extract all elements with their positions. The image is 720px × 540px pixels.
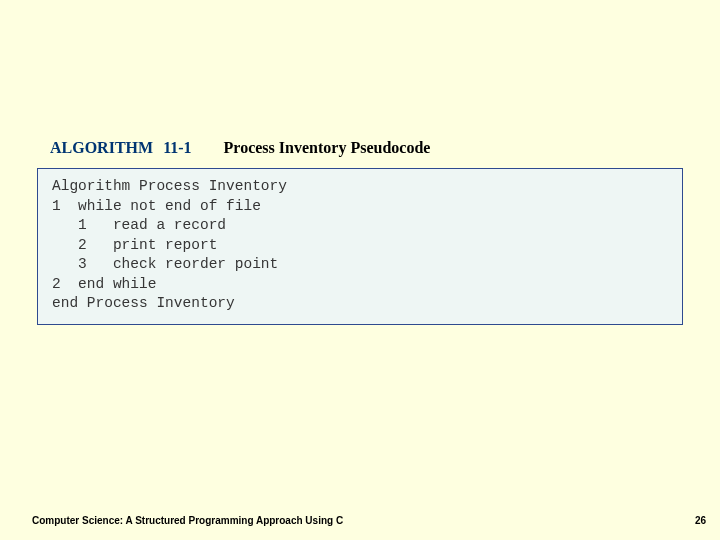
code-line: 1 while not end of file — [52, 198, 261, 214]
code-line: 1 read a record — [52, 217, 226, 233]
code-line: Algorithm Process Inventory — [52, 178, 287, 194]
page-number: 26 — [695, 515, 706, 526]
algorithm-label: ALGORITHM — [50, 139, 153, 156]
footer-text: Computer Science: A Structured Programmi… — [32, 515, 343, 526]
code-line: 3 check reorder point — [52, 256, 278, 272]
code-line: 2 end while — [52, 276, 156, 292]
code-line: end Process Inventory — [52, 295, 235, 311]
algorithm-heading: ALGORITHM 11-1 Process Inventory Pseudoc… — [50, 139, 430, 157]
code-line: 2 print report — [52, 237, 217, 253]
algorithm-title: Process Inventory Pseudocode — [224, 139, 431, 156]
algorithm-number: 11-1 — [163, 139, 191, 156]
pseudocode-text: Algorithm Process Inventory 1 while not … — [52, 177, 668, 314]
pseudocode-box: Algorithm Process Inventory 1 while not … — [37, 168, 683, 325]
